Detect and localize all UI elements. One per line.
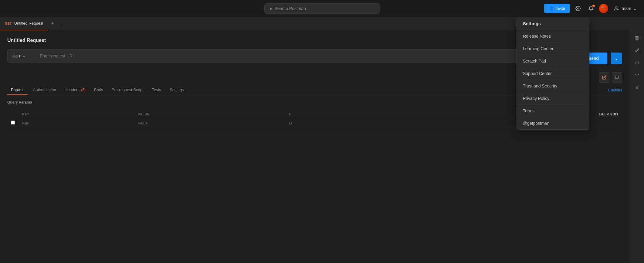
row-desc[interactable]: D <box>286 118 366 128</box>
dropdown-learning-center[interactable]: Learning Center <box>517 43 589 55</box>
right-panel-icon-1[interactable] <box>632 33 642 44</box>
col-value: VALUE <box>134 111 286 118</box>
svg-point-0 <box>578 8 579 9</box>
svg-rect-5 <box>637 39 639 40</box>
table-more-button[interactable]: … <box>593 112 597 116</box>
tab-authorization[interactable]: Authorization <box>29 85 60 95</box>
svg-rect-3 <box>637 36 639 38</box>
col-key: KEY <box>19 111 134 118</box>
svg-point-7 <box>638 74 639 75</box>
tab-more-button[interactable]: … <box>57 20 66 27</box>
dropdown-support-center[interactable]: Support Center <box>517 67 589 80</box>
team-label: Team <box>621 6 631 11</box>
bulk-edit-button[interactable]: Bulk Edit <box>599 112 619 116</box>
tab-body[interactable]: Body <box>90 85 107 95</box>
url-bar: GET ⌄ <box>7 49 531 63</box>
dropdown-privacy-policy[interactable]: Privacy Policy <box>517 92 589 105</box>
invite-icon: 👤 <box>549 6 554 11</box>
settings-dropdown: Settings Release Notes Learning Center S… <box>517 17 589 130</box>
tab-params[interactable]: Params <box>7 85 28 95</box>
tab-settings[interactable]: Settings <box>166 85 188 95</box>
new-tab-button[interactable]: + <box>48 19 57 28</box>
dropdown-terms[interactable]: Terms <box>517 105 589 117</box>
dropdown-release-notes[interactable]: Release Notes <box>517 30 589 43</box>
dropdown-trust-security[interactable]: Trust and Security <box>517 80 589 92</box>
tab-headers[interactable]: Headers (6) <box>61 85 89 95</box>
request-tab[interactable]: GET Untitled Request <box>0 17 48 30</box>
invite-button[interactable]: 👤 Invite <box>544 4 570 13</box>
right-panel-icon-4[interactable] <box>632 69 642 80</box>
svg-rect-2 <box>635 36 637 38</box>
svg-rect-4 <box>635 39 637 40</box>
method-select[interactable]: GET ⌄ <box>8 50 35 62</box>
right-panel-icon-2[interactable] <box>632 45 642 56</box>
url-input[interactable] <box>35 53 530 58</box>
notification-dot <box>592 5 595 7</box>
send-dropdown-button[interactable]: ⌄ <box>611 53 622 64</box>
svg-point-6 <box>637 74 637 75</box>
method-value: GET <box>12 54 21 58</box>
tab-tests[interactable]: Tests <box>148 85 165 95</box>
tab-prerequest[interactable]: Pre-request Script <box>108 85 147 95</box>
search-bar[interactable]: ● Search Postman <box>264 3 380 14</box>
row-key[interactable]: Key <box>19 118 134 128</box>
dropdown-scratch-pad[interactable]: Scratch Pad <box>517 55 589 67</box>
notifications-button[interactable] <box>586 4 595 13</box>
method-chevron: ⌄ <box>22 54 26 58</box>
search-icon: ● <box>269 6 272 11</box>
row-value[interactable]: Value <box>134 118 286 128</box>
col-desc: D <box>286 111 366 118</box>
edit-icon-button[interactable] <box>599 72 609 83</box>
cookies-link[interactable]: Cookies <box>608 88 622 92</box>
svg-point-1 <box>615 7 617 8</box>
dropdown-getpostman[interactable]: @getpostman <box>517 117 589 129</box>
team-chevron: ⌄ <box>633 6 637 11</box>
avatar[interactable]: 🔨 <box>599 4 608 13</box>
right-sidebar <box>629 30 644 263</box>
invite-label: Invite <box>556 6 565 11</box>
dropdown-header: Settings <box>517 17 589 30</box>
top-bar-right: 👤 Invite 🔨 Team ⌄ <box>481 4 639 13</box>
svg-point-8 <box>635 74 636 75</box>
top-bar: ● Search Postman 👤 Invite 🔨 Team ⌄ <box>0 0 644 17</box>
top-bar-center: ● Search Postman <box>163 3 481 14</box>
tab-name: Untitled Request <box>14 21 43 26</box>
right-panel-icon-3[interactable] <box>632 57 642 68</box>
team-button[interactable]: Team ⌄ <box>612 5 639 12</box>
right-panel-icon-5[interactable] <box>632 81 642 92</box>
comment-icon-button[interactable] <box>612 72 622 83</box>
col-checkbox <box>7 111 19 118</box>
tab-method: GET <box>5 22 12 25</box>
search-text: Search Postman <box>274 6 306 11</box>
row-checkbox[interactable] <box>11 121 15 125</box>
settings-button[interactable] <box>574 4 583 13</box>
